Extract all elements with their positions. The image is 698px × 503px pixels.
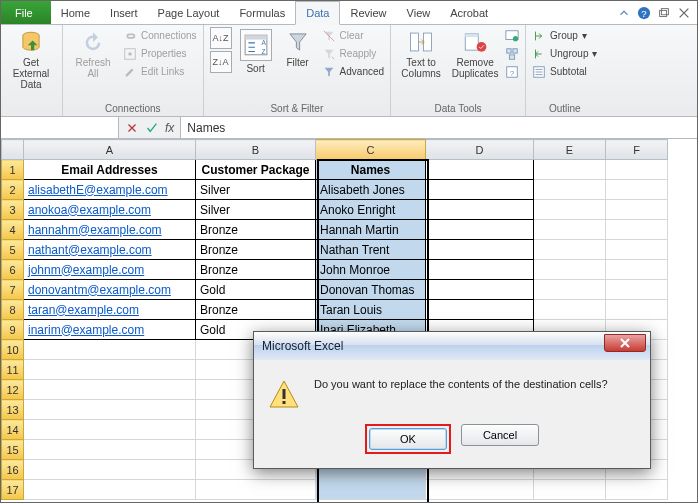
cell[interactable]: [606, 280, 668, 300]
col-header-f[interactable]: F: [606, 140, 668, 160]
properties-button[interactable]: Properties: [123, 45, 197, 63]
name-box[interactable]: [1, 117, 119, 138]
tab-home[interactable]: Home: [51, 1, 100, 24]
col-header-c[interactable]: C: [316, 140, 426, 160]
cell[interactable]: Silver: [196, 180, 316, 200]
ungroup-button[interactable]: Ungroup ▾: [532, 45, 597, 63]
cell[interactable]: [426, 180, 534, 200]
cell[interactable]: donovantm@example.com: [24, 280, 196, 300]
row-header[interactable]: 1: [2, 160, 24, 180]
subtotal-button[interactable]: Subtotal: [532, 63, 597, 81]
cell[interactable]: Bronze: [196, 260, 316, 280]
cell[interactable]: anokoa@example.com: [24, 200, 196, 220]
row-header[interactable]: 10: [2, 340, 24, 360]
cell[interactable]: Email Addresses: [24, 160, 196, 180]
cell[interactable]: [426, 300, 534, 320]
cell[interactable]: [534, 280, 606, 300]
row-header[interactable]: 15: [2, 440, 24, 460]
cell[interactable]: [606, 200, 668, 220]
row-header[interactable]: 5: [2, 240, 24, 260]
cell[interactable]: [534, 200, 606, 220]
clear-button[interactable]: Clear: [322, 27, 384, 45]
consolidate-button[interactable]: [505, 45, 519, 63]
text-to-columns-button[interactable]: Text to Columns: [397, 27, 445, 79]
cell[interactable]: [534, 220, 606, 240]
edit-links-button[interactable]: Edit Links: [123, 63, 197, 81]
cell[interactable]: [534, 260, 606, 280]
tab-page-layout[interactable]: Page Layout: [148, 1, 230, 24]
cancel-button[interactable]: Cancel: [461, 424, 539, 446]
dialog-title-bar[interactable]: Microsoft Excel: [254, 332, 650, 360]
connections-button[interactable]: Connections: [123, 27, 197, 45]
cell[interactable]: Bronze: [196, 220, 316, 240]
sort-desc-button[interactable]: Z↓A: [210, 51, 232, 73]
cell[interactable]: [606, 160, 668, 180]
cell[interactable]: [534, 180, 606, 200]
group-button[interactable]: Group ▾: [532, 27, 597, 45]
cell[interactable]: John Monroe: [316, 260, 426, 280]
remove-duplicates-button[interactable]: Remove Duplicates: [451, 27, 499, 79]
advanced-button[interactable]: Advanced: [322, 63, 384, 81]
cell[interactable]: [426, 280, 534, 300]
cell[interactable]: Customer Package: [196, 160, 316, 180]
cell[interactable]: inarim@example.com: [24, 320, 196, 340]
cell[interactable]: Bronze: [196, 300, 316, 320]
cell[interactable]: [426, 220, 534, 240]
tab-acrobat[interactable]: Acrobat: [440, 1, 498, 24]
cell[interactable]: Donovan Thomas: [316, 280, 426, 300]
row-header[interactable]: 17: [2, 480, 24, 500]
cell[interactable]: Nathan Trent: [316, 240, 426, 260]
get-external-data-button[interactable]: Get External Data: [7, 27, 55, 90]
cell[interactable]: [426, 160, 534, 180]
reapply-button[interactable]: Reapply: [322, 45, 384, 63]
formula-input[interactable]: Names: [181, 117, 697, 138]
col-header-a[interactable]: A: [24, 140, 196, 160]
row-header[interactable]: 13: [2, 400, 24, 420]
cell[interactable]: Gold: [196, 280, 316, 300]
row-header[interactable]: 4: [2, 220, 24, 240]
cell[interactable]: [534, 240, 606, 260]
filter-button[interactable]: Filter: [280, 27, 316, 68]
sort-asc-button[interactable]: A↓Z: [210, 27, 232, 49]
cell[interactable]: Alisabeth Jones: [316, 180, 426, 200]
dialog-close-button[interactable]: [604, 334, 646, 352]
cell[interactable]: Hannah Martin: [316, 220, 426, 240]
col-header-d[interactable]: D: [426, 140, 534, 160]
whatif-button[interactable]: ?: [505, 63, 519, 81]
row-header[interactable]: 2: [2, 180, 24, 200]
refresh-all-button[interactable]: Refresh All: [69, 27, 117, 79]
tab-formulas[interactable]: Formulas: [229, 1, 295, 24]
help-icon[interactable]: ?: [637, 6, 651, 20]
row-header[interactable]: 11: [2, 360, 24, 380]
row-header[interactable]: 3: [2, 200, 24, 220]
cell[interactable]: Anoko Enright: [316, 200, 426, 220]
tab-review[interactable]: Review: [340, 1, 396, 24]
tab-view[interactable]: View: [397, 1, 441, 24]
cell[interactable]: [606, 180, 668, 200]
col-header-e[interactable]: E: [534, 140, 606, 160]
row-header[interactable]: 14: [2, 420, 24, 440]
cell[interactable]: hannahm@example.com: [24, 220, 196, 240]
window-close-icon[interactable]: [677, 6, 691, 20]
fx-icon[interactable]: fx: [165, 121, 174, 135]
tab-data[interactable]: Data: [295, 1, 340, 25]
sort-button[interactable]: AZ Sort: [238, 27, 274, 74]
row-header[interactable]: 9: [2, 320, 24, 340]
cell[interactable]: [606, 240, 668, 260]
row-header[interactable]: 12: [2, 380, 24, 400]
ok-button[interactable]: OK: [369, 428, 447, 450]
cell[interactable]: alisabethE@example.com: [24, 180, 196, 200]
cell[interactable]: Taran Louis: [316, 300, 426, 320]
cell[interactable]: [426, 240, 534, 260]
cell[interactable]: [426, 200, 534, 220]
cell[interactable]: Bronze: [196, 240, 316, 260]
window-restore-icon[interactable]: [657, 6, 671, 20]
row-header[interactable]: 8: [2, 300, 24, 320]
cell[interactable]: [606, 220, 668, 240]
cancel-icon[interactable]: [125, 121, 139, 135]
cell[interactable]: taran@example.com: [24, 300, 196, 320]
select-all-corner[interactable]: [2, 140, 24, 160]
row-header[interactable]: 16: [2, 460, 24, 480]
enter-icon[interactable]: [145, 121, 159, 135]
cell[interactable]: [426, 260, 534, 280]
